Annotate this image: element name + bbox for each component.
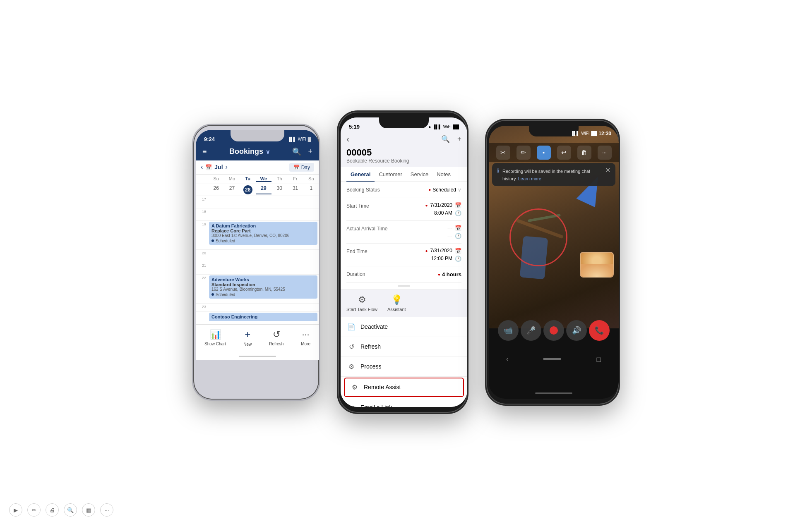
phone1-battery-icon: ▓ — [308, 137, 311, 141]
phone1: 9:24 ▐▌▌ WiFi ▓ ≡ Bookings ∨ 🔍 + — [192, 124, 320, 401]
date-28[interactable]: 28 — [240, 185, 256, 194]
add-button[interactable]: + — [457, 135, 461, 144]
back-button[interactable]: ‹ — [346, 134, 349, 145]
mic-btn[interactable]: 🎤 — [521, 320, 541, 341]
zoom-icon-btn[interactable]: 🔍 — [64, 503, 77, 517]
hour-21: 21 — [196, 262, 207, 274]
show-chart-btn[interactable]: 📊 Show Chart — [204, 329, 226, 346]
end-calendar-icon[interactable]: 📅 — [455, 248, 461, 254]
edit-icon-btn[interactable]: ✏ — [27, 503, 41, 517]
phone1-app-header: ≡ Bookings ∨ 🔍 + — [196, 145, 319, 160]
back-nav-btn[interactable]: ‹ — [506, 355, 508, 363]
more-btn[interactable]: ··· More — [301, 329, 310, 346]
date-26[interactable]: 26 — [208, 185, 224, 194]
end-clock-icon[interactable]: 🕐 — [455, 256, 461, 262]
recents-nav-btn[interactable]: ◻ — [596, 355, 601, 363]
email-link-item[interactable]: ✉ Email a Link — [341, 398, 467, 407]
tab-notes[interactable]: Notes — [432, 167, 455, 182]
assistant-btn[interactable]: 💡 Assistant — [387, 294, 406, 312]
refresh-item[interactable]: ↺ Refresh — [341, 337, 467, 357]
rectangle-tool-btn[interactable]: ▪ — [537, 146, 551, 160]
remote-assist-label: Remote Assist — [364, 384, 401, 390]
print-icon-btn[interactable]: 🖨 — [46, 503, 59, 517]
menu-icon[interactable]: ≡ — [202, 147, 207, 156]
start-date-calendar-icon[interactable]: 📅 — [455, 202, 461, 208]
close-notification-icon[interactable]: ✕ — [605, 166, 610, 174]
add-icon[interactable]: + — [308, 147, 312, 156]
date-27[interactable]: 27 — [224, 185, 240, 194]
search-icon[interactable]: 🔍 — [292, 147, 301, 156]
record-subtitle: Bookable Resource Booking — [346, 158, 461, 164]
deactivate-item[interactable]: 📄 Deactivate — [341, 317, 467, 337]
arrival-clock-icon[interactable]: 🕐 — [455, 233, 461, 239]
record-btn[interactable] — [543, 320, 564, 341]
search-button[interactable]: 🔍 — [441, 135, 450, 144]
booking-status-label: Booking Status — [346, 187, 380, 193]
event-address-2: 162 S Avenue, Bloomington, MN, 55425 — [211, 287, 315, 292]
calendar-nav: ‹ 📅 Jul › 📅 Day — [196, 160, 319, 175]
phone1-screen: 9:24 ▐▌▌ WiFi ▓ ≡ Bookings ∨ 🔍 + — [196, 130, 319, 395]
event-company: A Datum Fabrication — [211, 223, 315, 228]
video-btn[interactable]: 📹 — [498, 320, 519, 341]
day-tu[interactable]: Tu — [240, 176, 256, 182]
hour-18: 18 — [196, 208, 207, 220]
undo-tool-btn[interactable]: ↩ — [557, 146, 571, 160]
day-fr: Fr — [287, 176, 303, 182]
day-mo: Mo — [224, 176, 240, 182]
speaker-btn[interactable]: 🔊 — [566, 320, 587, 341]
date-1[interactable]: 1 — [303, 185, 319, 194]
process-icon: ⚙ — [347, 363, 356, 371]
learn-more-link[interactable]: Learn more. — [518, 176, 543, 181]
bookings-title: Bookings ∨ — [229, 147, 270, 156]
date-29[interactable]: 29 — [256, 185, 271, 194]
tab-service[interactable]: Service — [406, 167, 432, 182]
grid-icon-btn[interactable]: ▦ — [82, 503, 95, 517]
event-title: Replace Core Part — [211, 228, 315, 233]
refresh-btn[interactable]: ↺ Refresh — [269, 329, 283, 346]
start-time-clock-icon[interactable]: 🕐 — [455, 210, 461, 216]
event-datum[interactable]: A Datum Fabrication Replace Core Part 30… — [209, 222, 317, 245]
hour-19: 19 — [196, 221, 207, 249]
scissors-tool-btn[interactable]: ✂ — [496, 146, 510, 160]
date-31[interactable]: 31 — [287, 185, 303, 194]
bottom-toolbar: ▶ ✏ 🖨 🔍 ▦ ··· — [4, 500, 118, 520]
pen-tool-btn[interactable]: ✏ — [517, 146, 531, 160]
day-sa: Sa — [303, 176, 319, 182]
day-we[interactable]: We — [256, 176, 271, 182]
phone3-signal: ▐▌▌ — [571, 131, 579, 136]
end-call-btn[interactable]: 📞 — [589, 320, 610, 341]
hour-blank — [196, 312, 207, 324]
email-icon: ✉ — [347, 404, 356, 407]
phone2-screen: 5:19 ▸ ▐▌▌ WiFi ██ ‹ 🔍 + 00005 Bookab — [341, 117, 467, 407]
back-month-icon[interactable]: ‹ — [201, 163, 203, 171]
hour-22: 22 — [196, 275, 207, 303]
phone3-wifi: WiFi — [581, 131, 589, 136]
new-btn[interactable]: + New — [243, 329, 252, 347]
hour-spacer — [196, 176, 208, 182]
phone3-battery: ██ — [591, 131, 597, 136]
more-icon-btn[interactable]: ··· — [100, 503, 113, 517]
play-icon-btn[interactable]: ▶ — [9, 503, 22, 517]
process-item[interactable]: ⚙ Process — [341, 357, 467, 377]
tab-general[interactable]: General — [346, 167, 375, 182]
more-tools-btn[interactable]: ··· — [598, 146, 612, 160]
remote-assist-item[interactable]: ⚙ Remote Assist — [344, 378, 464, 397]
forward-month-icon[interactable]: › — [226, 163, 228, 171]
view-selector[interactable]: 📅 Day — [289, 163, 314, 172]
phone3-status-bar: ▐▌▌ WiFi ██ 12:30 — [489, 126, 619, 138]
phone2-signal: ▐▌▌ — [433, 124, 442, 129]
tab-customer[interactable]: Customer — [375, 167, 406, 182]
home-nav-btn[interactable] — [543, 358, 561, 360]
delete-tool-btn[interactable]: 🗑 — [577, 146, 591, 160]
record-number: 00005 — [346, 147, 461, 158]
phone2-location-icon: ▸ — [429, 124, 431, 129]
arrival-calendar-icon[interactable]: 📅 — [455, 225, 461, 231]
hour-17: 17 — [196, 196, 207, 208]
end-time-label: End Time — [346, 248, 368, 254]
date-30[interactable]: 30 — [271, 185, 287, 194]
arrival-time-value: --- — [447, 233, 452, 239]
chevron-down-icon[interactable]: ∨ — [458, 187, 461, 193]
start-task-flow-btn[interactable]: ⚙ Start Task Flow — [346, 294, 377, 312]
notification-text: Recording will be saved in the meeting c… — [502, 169, 590, 181]
event-adventure[interactable]: Adventure Works Standard Inspection 162 … — [209, 275, 317, 299]
